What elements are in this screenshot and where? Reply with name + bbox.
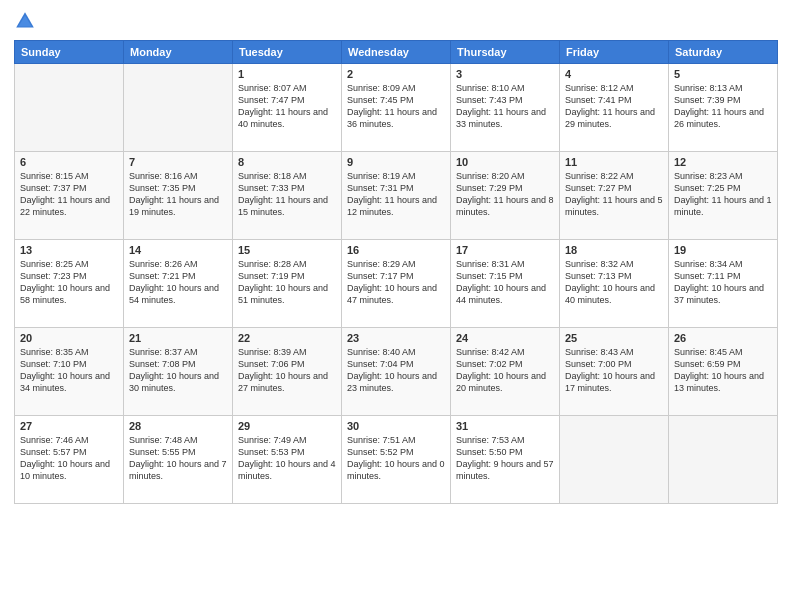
- cell-info: Sunrise: 8:16 AMSunset: 7:35 PMDaylight:…: [129, 170, 227, 219]
- calendar-cell: 31Sunrise: 7:53 AMSunset: 5:50 PMDayligh…: [451, 416, 560, 504]
- calendar-cell: 13Sunrise: 8:25 AMSunset: 7:23 PMDayligh…: [15, 240, 124, 328]
- cell-info: Sunrise: 8:31 AMSunset: 7:15 PMDaylight:…: [456, 258, 554, 307]
- cell-info: Sunrise: 8:35 AMSunset: 7:10 PMDaylight:…: [20, 346, 118, 395]
- day-header-saturday: Saturday: [669, 41, 778, 64]
- calendar-cell: 20Sunrise: 8:35 AMSunset: 7:10 PMDayligh…: [15, 328, 124, 416]
- calendar-cell: [124, 64, 233, 152]
- cell-info: Sunrise: 8:13 AMSunset: 7:39 PMDaylight:…: [674, 82, 772, 131]
- calendar-cell: 21Sunrise: 8:37 AMSunset: 7:08 PMDayligh…: [124, 328, 233, 416]
- day-header-wednesday: Wednesday: [342, 41, 451, 64]
- cell-info: Sunrise: 8:26 AMSunset: 7:21 PMDaylight:…: [129, 258, 227, 307]
- cell-info: Sunrise: 8:25 AMSunset: 7:23 PMDaylight:…: [20, 258, 118, 307]
- calendar-cell: 26Sunrise: 8:45 AMSunset: 6:59 PMDayligh…: [669, 328, 778, 416]
- day-number: 14: [129, 244, 227, 256]
- day-header-sunday: Sunday: [15, 41, 124, 64]
- day-number: 3: [456, 68, 554, 80]
- calendar-cell: 30Sunrise: 7:51 AMSunset: 5:52 PMDayligh…: [342, 416, 451, 504]
- week-row-1: 1Sunrise: 8:07 AMSunset: 7:47 PMDaylight…: [15, 64, 778, 152]
- calendar-page: SundayMondayTuesdayWednesdayThursdayFrid…: [0, 0, 792, 612]
- calendar-cell: 16Sunrise: 8:29 AMSunset: 7:17 PMDayligh…: [342, 240, 451, 328]
- day-number: 24: [456, 332, 554, 344]
- cell-info: Sunrise: 8:23 AMSunset: 7:25 PMDaylight:…: [674, 170, 772, 219]
- day-header-tuesday: Tuesday: [233, 41, 342, 64]
- cell-info: Sunrise: 8:39 AMSunset: 7:06 PMDaylight:…: [238, 346, 336, 395]
- day-number: 4: [565, 68, 663, 80]
- calendar-cell: 8Sunrise: 8:18 AMSunset: 7:33 PMDaylight…: [233, 152, 342, 240]
- week-row-2: 6Sunrise: 8:15 AMSunset: 7:37 PMDaylight…: [15, 152, 778, 240]
- day-number: 10: [456, 156, 554, 168]
- calendar-cell: 1Sunrise: 8:07 AMSunset: 7:47 PMDaylight…: [233, 64, 342, 152]
- cell-info: Sunrise: 8:12 AMSunset: 7:41 PMDaylight:…: [565, 82, 663, 131]
- day-header-thursday: Thursday: [451, 41, 560, 64]
- calendar-cell: 15Sunrise: 8:28 AMSunset: 7:19 PMDayligh…: [233, 240, 342, 328]
- day-number: 6: [20, 156, 118, 168]
- day-number: 31: [456, 420, 554, 432]
- header: [14, 10, 778, 32]
- calendar-cell: 9Sunrise: 8:19 AMSunset: 7:31 PMDaylight…: [342, 152, 451, 240]
- cell-info: Sunrise: 7:51 AMSunset: 5:52 PMDaylight:…: [347, 434, 445, 483]
- calendar-cell: 25Sunrise: 8:43 AMSunset: 7:00 PMDayligh…: [560, 328, 669, 416]
- day-number: 7: [129, 156, 227, 168]
- day-number: 26: [674, 332, 772, 344]
- day-number: 15: [238, 244, 336, 256]
- calendar-cell: 17Sunrise: 8:31 AMSunset: 7:15 PMDayligh…: [451, 240, 560, 328]
- day-number: 18: [565, 244, 663, 256]
- calendar-cell: 29Sunrise: 7:49 AMSunset: 5:53 PMDayligh…: [233, 416, 342, 504]
- cell-info: Sunrise: 7:53 AMSunset: 5:50 PMDaylight:…: [456, 434, 554, 483]
- calendar-cell: 10Sunrise: 8:20 AMSunset: 7:29 PMDayligh…: [451, 152, 560, 240]
- day-header-monday: Monday: [124, 41, 233, 64]
- calendar-cell: 3Sunrise: 8:10 AMSunset: 7:43 PMDaylight…: [451, 64, 560, 152]
- day-number: 13: [20, 244, 118, 256]
- day-number: 5: [674, 68, 772, 80]
- calendar-cell: 4Sunrise: 8:12 AMSunset: 7:41 PMDaylight…: [560, 64, 669, 152]
- cell-info: Sunrise: 7:46 AMSunset: 5:57 PMDaylight:…: [20, 434, 118, 483]
- cell-info: Sunrise: 8:10 AMSunset: 7:43 PMDaylight:…: [456, 82, 554, 131]
- calendar-cell: 23Sunrise: 8:40 AMSunset: 7:04 PMDayligh…: [342, 328, 451, 416]
- day-number: 1: [238, 68, 336, 80]
- cell-info: Sunrise: 8:18 AMSunset: 7:33 PMDaylight:…: [238, 170, 336, 219]
- day-number: 8: [238, 156, 336, 168]
- day-number: 21: [129, 332, 227, 344]
- day-number: 30: [347, 420, 445, 432]
- calendar-cell: [15, 64, 124, 152]
- cell-info: Sunrise: 8:07 AMSunset: 7:47 PMDaylight:…: [238, 82, 336, 131]
- calendar-cell: 14Sunrise: 8:26 AMSunset: 7:21 PMDayligh…: [124, 240, 233, 328]
- calendar-cell: 22Sunrise: 8:39 AMSunset: 7:06 PMDayligh…: [233, 328, 342, 416]
- day-number: 20: [20, 332, 118, 344]
- cell-info: Sunrise: 8:43 AMSunset: 7:00 PMDaylight:…: [565, 346, 663, 395]
- cell-info: Sunrise: 8:29 AMSunset: 7:17 PMDaylight:…: [347, 258, 445, 307]
- cell-info: Sunrise: 8:22 AMSunset: 7:27 PMDaylight:…: [565, 170, 663, 219]
- calendar-cell: 5Sunrise: 8:13 AMSunset: 7:39 PMDaylight…: [669, 64, 778, 152]
- calendar-cell: 2Sunrise: 8:09 AMSunset: 7:45 PMDaylight…: [342, 64, 451, 152]
- day-number: 2: [347, 68, 445, 80]
- cell-info: Sunrise: 8:34 AMSunset: 7:11 PMDaylight:…: [674, 258, 772, 307]
- day-number: 19: [674, 244, 772, 256]
- cell-info: Sunrise: 7:49 AMSunset: 5:53 PMDaylight:…: [238, 434, 336, 483]
- cell-info: Sunrise: 8:20 AMSunset: 7:29 PMDaylight:…: [456, 170, 554, 219]
- day-header-friday: Friday: [560, 41, 669, 64]
- calendar-table: SundayMondayTuesdayWednesdayThursdayFrid…: [14, 40, 778, 504]
- week-row-4: 20Sunrise: 8:35 AMSunset: 7:10 PMDayligh…: [15, 328, 778, 416]
- cell-info: Sunrise: 8:45 AMSunset: 6:59 PMDaylight:…: [674, 346, 772, 395]
- calendar-cell: 27Sunrise: 7:46 AMSunset: 5:57 PMDayligh…: [15, 416, 124, 504]
- cell-info: Sunrise: 8:42 AMSunset: 7:02 PMDaylight:…: [456, 346, 554, 395]
- calendar-cell: 19Sunrise: 8:34 AMSunset: 7:11 PMDayligh…: [669, 240, 778, 328]
- calendar-cell: 24Sunrise: 8:42 AMSunset: 7:02 PMDayligh…: [451, 328, 560, 416]
- day-number: 29: [238, 420, 336, 432]
- cell-info: Sunrise: 8:37 AMSunset: 7:08 PMDaylight:…: [129, 346, 227, 395]
- calendar-cell: [669, 416, 778, 504]
- calendar-cell: 6Sunrise: 8:15 AMSunset: 7:37 PMDaylight…: [15, 152, 124, 240]
- calendar-cell: 7Sunrise: 8:16 AMSunset: 7:35 PMDaylight…: [124, 152, 233, 240]
- logo: [14, 10, 39, 32]
- day-number: 16: [347, 244, 445, 256]
- calendar-cell: [560, 416, 669, 504]
- week-row-3: 13Sunrise: 8:25 AMSunset: 7:23 PMDayligh…: [15, 240, 778, 328]
- calendar-cell: 12Sunrise: 8:23 AMSunset: 7:25 PMDayligh…: [669, 152, 778, 240]
- cell-info: Sunrise: 8:32 AMSunset: 7:13 PMDaylight:…: [565, 258, 663, 307]
- day-number: 9: [347, 156, 445, 168]
- calendar-cell: 18Sunrise: 8:32 AMSunset: 7:13 PMDayligh…: [560, 240, 669, 328]
- cell-info: Sunrise: 7:48 AMSunset: 5:55 PMDaylight:…: [129, 434, 227, 483]
- day-number: 28: [129, 420, 227, 432]
- days-header-row: SundayMondayTuesdayWednesdayThursdayFrid…: [15, 41, 778, 64]
- day-number: 23: [347, 332, 445, 344]
